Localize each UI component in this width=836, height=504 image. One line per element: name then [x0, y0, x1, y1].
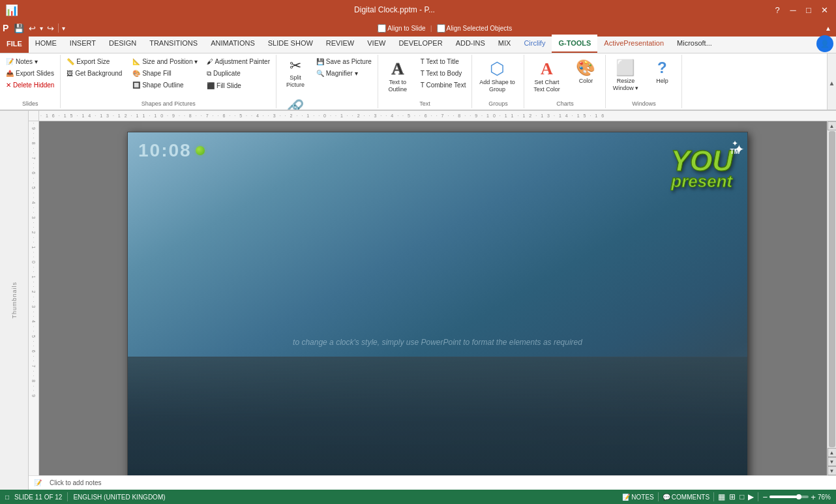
align-selected-checkbox[interactable]: [437, 24, 445, 33]
minimize-button[interactable]: ─: [786, 3, 799, 16]
zoom-slider-thumb[interactable]: [796, 494, 801, 499]
scroll-page-down-btn[interactable]: ▼: [828, 457, 837, 466]
combine-text-btn[interactable]: T Combine Text: [417, 80, 470, 91]
right-scrollbar[interactable]: ▲ ▲ ▼ ▼: [827, 121, 836, 475]
text-outline-icon: A: [391, 59, 404, 79]
ribbon-collapse-btn[interactable]: ▲: [823, 24, 833, 33]
quick-customize-btn[interactable]: ▾: [61, 24, 67, 33]
zoom-slider-fill: [769, 496, 797, 498]
status-sep4: [758, 492, 758, 501]
magnifier-btn[interactable]: 🔍 Magnifier ▾: [313, 68, 375, 79]
scroll-page-up-btn[interactable]: ▲: [828, 448, 837, 457]
status-sep2: [658, 492, 659, 501]
link-btn[interactable]: 🔗 Link: [279, 98, 312, 111]
notes-btn[interactable]: 📝 Notes ▾: [3, 56, 41, 67]
ruler-corner: [29, 111, 39, 121]
help-button[interactable]: ?: [771, 3, 784, 16]
help-ribbon-btn[interactable]: ? Help: [645, 56, 679, 95]
save-quick-btn[interactable]: 💾: [12, 23, 26, 34]
notes-icon: 📝: [34, 479, 42, 486]
tab-slideshow[interactable]: SLIDE SHOW: [261, 35, 320, 53]
text-row: A Text to Outline T Text to Title T Text…: [381, 56, 470, 96]
zoom-controls: − + 76%: [762, 492, 831, 502]
tab-transitions[interactable]: TRANSITIONS: [143, 35, 204, 53]
normal-view-btn[interactable]: ▦: [718, 492, 725, 501]
text-outline-btn[interactable]: A Text to Outline: [381, 56, 415, 96]
ribbon-collapse-arrow[interactable]: ▲: [827, 53, 836, 111]
tab-insert[interactable]: INSERT: [63, 35, 102, 53]
tab-file[interactable]: FILE: [0, 35, 29, 53]
fill-slide-btn[interactable]: ⬛ Fill Slide: [203, 80, 273, 91]
notes-status-icon: 📝: [622, 494, 630, 501]
delete-hidden-btn[interactable]: ✕ Delete Hidden: [3, 80, 57, 91]
ribbon-group-charts: A Set Chart Text Color 🎨 Color Charts: [524, 55, 606, 108]
close-button[interactable]: ✕: [818, 3, 831, 16]
set-chart-text-color-btn[interactable]: A Set Chart Text Color: [527, 56, 566, 96]
zoom-in-btn[interactable]: +: [811, 492, 816, 502]
tab-home[interactable]: HOME: [29, 35, 63, 53]
titlebar-left: 📊: [5, 4, 18, 16]
shape-outline-btn[interactable]: 🔲 Shape Outline: [129, 80, 201, 91]
scroll-up-btn[interactable]: ▲: [828, 121, 837, 130]
window-controls: ? ─ □ ✕: [771, 3, 831, 16]
clock-indicator: [196, 146, 205, 155]
tab-gtools[interactable]: G-TOOLS: [552, 35, 597, 53]
add-shape-group-btn[interactable]: ⬡ Add Shape to Group: [475, 56, 519, 96]
clock-time: 10:08: [138, 140, 192, 161]
text-col2: T Text to Title T Text to Body T Combine…: [417, 56, 470, 91]
status-sep1: [67, 492, 68, 501]
ribbon-group-text: A Text to Outline T Text to Title T Text…: [378, 55, 473, 108]
align-to-slide-checkbox[interactable]: [378, 24, 386, 33]
color-icon: 🎨: [576, 59, 595, 78]
tab-circlify[interactable]: Circlify: [517, 35, 552, 53]
tab-mix[interactable]: MIX: [492, 35, 518, 53]
color-btn[interactable]: 🎨 Color: [569, 56, 603, 95]
get-background-btn[interactable]: 🖼 Get Background: [63, 68, 125, 79]
redo-quick-btn[interactable]: ↪: [45, 23, 56, 34]
scroll-thumb[interactable]: [829, 131, 835, 447]
split-picture-btn[interactable]: ✂ Split Picture: [279, 56, 312, 95]
adjustment-painter-btn[interactable]: 🖌 Adjustment Painter: [203, 56, 273, 67]
ribbon-group-popups: ✂ Split Picture 💾 Save as Picture 🔍 Magn…: [276, 55, 378, 108]
scroll-down-btn[interactable]: ▼: [828, 466, 837, 475]
export-size-btn[interactable]: 📏 Export Size: [63, 56, 125, 67]
tab-developer[interactable]: DEVELOPER: [392, 35, 449, 53]
resize-window-icon: ⬜: [616, 59, 635, 78]
tab-view[interactable]: VIEW: [361, 35, 392, 53]
save-as-picture-btn[interactable]: 💾 Save as Picture: [313, 56, 375, 67]
undo-arrow-btn[interactable]: ▾: [38, 24, 44, 33]
reading-view-btn[interactable]: □: [739, 492, 744, 501]
slide-sorter-btn[interactable]: ⊞: [729, 492, 736, 501]
split-picture-icon: ✂: [290, 59, 301, 73]
shape-fill-btn[interactable]: 🎨 Shape Fill: [129, 68, 201, 79]
export-slides-btn[interactable]: 📤 Export Slides: [3, 68, 57, 79]
app-icon: 📊: [5, 4, 18, 16]
brand-you-text: YOU: [671, 147, 733, 175]
zoom-slider-track[interactable]: [769, 496, 809, 498]
comments-status-icon: 💬: [663, 494, 670, 501]
resize-window-btn[interactable]: ⬜ Resize Window ▾: [608, 56, 642, 95]
h-ruler-marks: ·16·15·14·13·12·11·10·9··8··7··6··5··4··…: [40, 113, 608, 118]
slideshow-view-btn[interactable]: ▶: [748, 492, 754, 501]
horizontal-ruler: ·16·15·14·13·12·11·10·9··8··7··6··5··4··…: [39, 111, 836, 121]
tab-design[interactable]: DESIGN: [102, 35, 143, 53]
comments-status-btn[interactable]: 💬 COMMENTS: [663, 494, 709, 501]
ribbon-group-slides: 📝 Notes ▾ 📤 Export Slides ✕ Delete Hidde…: [0, 55, 61, 108]
tab-review[interactable]: REVIEW: [320, 35, 361, 53]
zoom-out-btn[interactable]: −: [762, 492, 768, 502]
tab-microsoft[interactable]: Microsoft...: [670, 35, 719, 53]
brand-tm: TM: [730, 148, 739, 155]
maximize-button[interactable]: □: [802, 3, 815, 16]
title-bar: 📊 Digital Clock.pptm - P... ? ─ □ ✕: [0, 0, 836, 20]
text-to-body-btn[interactable]: T Text to Body: [417, 68, 470, 79]
tab-addins[interactable]: ADD-INS: [449, 35, 492, 53]
size-position-btn[interactable]: 📐 Size and Position ▾: [129, 56, 201, 67]
notes-status-btn[interactable]: 📝 NOTES: [622, 494, 653, 501]
undo-quick-btn[interactable]: ↩: [27, 23, 38, 34]
text-to-title-btn[interactable]: T Text to Title: [417, 56, 470, 67]
slide-region: ·16·15·14·13·12·11·10·9··8··7··6··5··4··…: [29, 111, 836, 490]
user-avatar-btn[interactable]: 👤: [816, 35, 833, 52]
tab-animations[interactable]: ANIMATIONS: [204, 35, 261, 53]
duplicate-btn[interactable]: ⧉ Duplicate: [203, 68, 273, 80]
tab-active-presentation[interactable]: ActivePresentation: [597, 35, 670, 53]
